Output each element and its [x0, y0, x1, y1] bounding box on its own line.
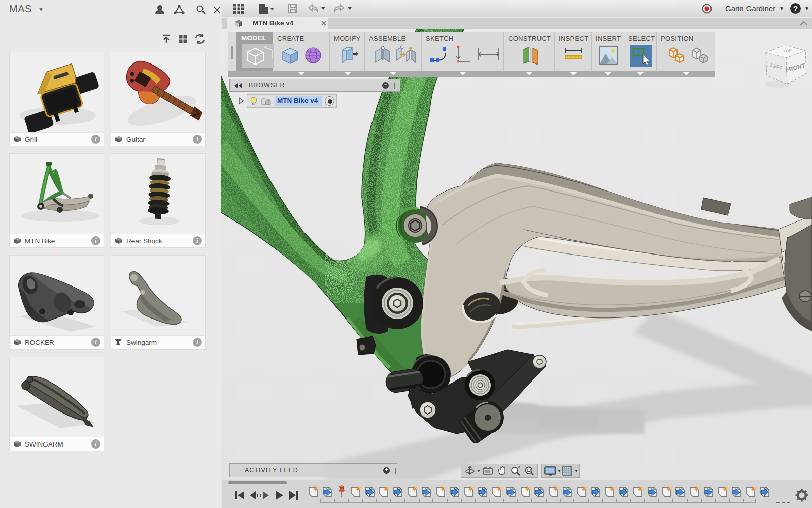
- svg-text:TOP: TOP: [783, 48, 792, 54]
